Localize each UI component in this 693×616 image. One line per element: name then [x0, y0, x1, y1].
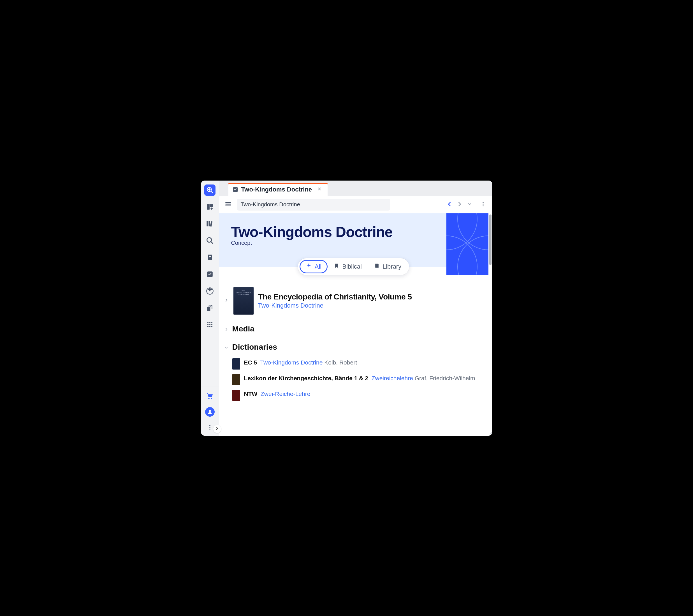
magnify-plus-icon — [206, 187, 214, 194]
nav-back-button[interactable] — [445, 199, 454, 210]
sidebar-search-button[interactable] — [204, 235, 216, 246]
chevron-right-icon — [224, 324, 229, 333]
chevron-left-icon — [447, 201, 453, 208]
dictionary-item[interactable]: Lexikon der Kirchengeschichte, Bände 1 &… — [219, 372, 489, 387]
tab-active-indicator — [229, 183, 328, 184]
nav-history-button[interactable] — [465, 199, 474, 210]
section-media-chevron — [224, 324, 229, 333]
tab-close-button[interactable] — [316, 186, 323, 193]
content-area: Two-Kingdoms Doctrine Concept All Biblic… — [219, 213, 492, 436]
svg-point-22 — [211, 324, 212, 325]
shopping-cart-icon — [206, 392, 214, 400]
sparkle-icon — [306, 263, 312, 271]
reference-input[interactable]: Two-Kingdoms Doctrine — [237, 199, 390, 211]
toolbar: Two-Kingdoms Doctrine — [219, 196, 492, 213]
dictionary-link[interactable]: Two-Kingdoms Doctrine — [260, 359, 322, 366]
svg-point-19 — [211, 322, 212, 323]
chevron-down-icon — [468, 202, 472, 208]
svg-rect-7 — [209, 221, 210, 226]
reference-input-value: Two-Kingdoms Doctrine — [241, 201, 300, 208]
svg-line-10 — [211, 242, 213, 243]
sidebar-docs-button[interactable] — [204, 302, 216, 313]
section-media-label: Media — [232, 324, 254, 333]
search-icon — [206, 237, 214, 245]
sidebar — [201, 180, 219, 436]
dictionary-author: Kolb, Robert — [324, 359, 357, 366]
sidebar-home-button[interactable] — [204, 185, 216, 196]
sidebar-store-button[interactable] — [204, 390, 216, 402]
svg-rect-4 — [207, 204, 210, 210]
panel-more-button[interactable] — [478, 199, 489, 210]
key-article-link[interactable]: Two-Kingdoms Doctrine — [258, 302, 412, 309]
key-article-title: The Encyclopedia of Christianity, Volume… — [258, 292, 412, 302]
user-icon — [207, 409, 213, 415]
filter-pill-all[interactable]: All — [300, 260, 328, 273]
section-dictionaries[interactable]: Dictionaries — [219, 338, 489, 356]
chevron-right-icon — [224, 298, 229, 303]
book-thumbnail: THE ENCYCLOPEDIA of CHRISTIANITY — [233, 287, 254, 314]
svg-point-28 — [209, 410, 211, 412]
svg-point-31 — [209, 428, 211, 429]
sidebar-tools-button[interactable] — [204, 319, 216, 330]
nav-buttons — [445, 199, 474, 210]
panel-menu-button[interactable] — [223, 199, 233, 210]
dictionary-link[interactable]: Zweireichelehre — [372, 375, 413, 381]
sidebar-guides-button[interactable] — [204, 285, 216, 297]
scrollbar[interactable] — [489, 213, 492, 436]
dictionary-author: Graf, Friedrich-Wilhelm — [415, 375, 475, 381]
svg-point-43 — [447, 236, 477, 275]
svg-rect-5 — [210, 204, 213, 207]
sidebar-account-button[interactable] — [205, 407, 215, 417]
dictionary-thumbnail — [232, 390, 240, 401]
svg-point-24 — [209, 326, 210, 327]
filter-pill-library[interactable]: Library — [368, 260, 408, 273]
svg-point-25 — [211, 326, 212, 327]
close-icon — [317, 187, 322, 192]
scroll-area: Two-Kingdoms Doctrine Concept All Biblic… — [219, 213, 489, 436]
svg-point-20 — [207, 324, 208, 325]
factbook-tab-icon — [232, 187, 238, 193]
dictionary-item[interactable]: NTW Zwei-Reiche-Lehre — [219, 387, 489, 403]
svg-point-27 — [211, 398, 212, 399]
svg-point-21 — [209, 324, 210, 325]
svg-point-29 — [209, 425, 211, 426]
section-dictionaries-label: Dictionaries — [232, 343, 277, 352]
tab-active[interactable]: Two-Kingdoms Doctrine — [229, 183, 328, 196]
svg-point-18 — [209, 322, 210, 323]
svg-point-17 — [207, 322, 208, 323]
dictionary-thumbnail — [232, 358, 240, 369]
sidebar-factbook-button[interactable] — [204, 269, 216, 280]
svg-point-38 — [482, 201, 484, 203]
dictionary-abbr: EC 5 — [244, 359, 257, 366]
factbook-icon — [206, 271, 214, 278]
grid-icon — [206, 321, 213, 328]
resize-grip-icon[interactable] — [488, 430, 492, 435]
key-article-row[interactable]: THE ENCYCLOPEDIA of CHRISTIANITY The Enc… — [219, 282, 489, 320]
results-list: THE ENCYCLOPEDIA of CHRISTIANITY The Enc… — [219, 275, 489, 403]
svg-rect-16 — [207, 306, 211, 311]
documents-icon — [206, 304, 214, 311]
svg-rect-8 — [210, 221, 213, 226]
dictionary-link[interactable]: Zwei-Reiche-Lehre — [261, 390, 310, 397]
dictionary-item[interactable]: EC 5 Two-Kingdoms Doctrine Kolb, Robert — [219, 356, 489, 372]
filter-pills: All Biblical Library — [298, 258, 409, 275]
sidebar-library-button[interactable] — [204, 218, 216, 229]
sidebar-expand-button[interactable] — [213, 425, 221, 433]
svg-point-40 — [482, 205, 484, 206]
menu-icon — [224, 200, 232, 209]
section-media[interactable]: Media — [219, 320, 489, 338]
svg-point-26 — [208, 398, 209, 399]
filter-pill-library-label: Library — [382, 263, 401, 270]
sidebar-layouts-button[interactable] — [204, 201, 216, 213]
tabstrip: Two-Kingdoms Doctrine — [219, 180, 492, 196]
sidebar-bible-button[interactable] — [204, 252, 216, 263]
dictionary-abbr: NTW — [244, 390, 258, 397]
section-dictionaries-chevron — [224, 343, 229, 352]
scrollbar-thumb[interactable] — [489, 214, 492, 265]
main-panel: Two-Kingdoms Doctrine Two-Kingdoms Doctr… — [219, 180, 492, 436]
chevron-down-icon — [224, 343, 229, 352]
filter-pill-biblical[interactable]: Biblical — [328, 260, 368, 273]
key-article-expand[interactable] — [224, 298, 229, 303]
more-vertical-icon — [480, 201, 486, 208]
nav-forward-button[interactable] — [455, 199, 464, 210]
